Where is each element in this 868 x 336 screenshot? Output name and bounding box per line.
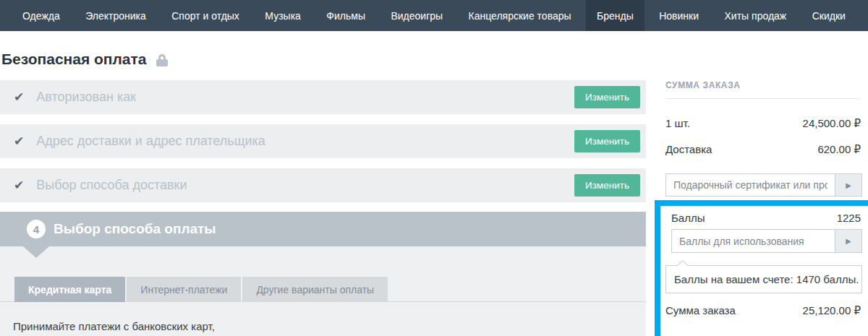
payment-section-title: Выбор способа оплаты [54, 221, 216, 237]
points-row: Баллы 1225 [671, 212, 861, 224]
category-nav: Одежда Электроника Спорт и отдых Музыка … [0, 0, 868, 31]
points-input-group: ▶ [671, 229, 862, 253]
promo-apply-button[interactable]: ▶ [835, 173, 862, 197]
page-title-row: Безопасная оплата [1, 51, 168, 68]
change-address-button[interactable]: Изменить [574, 130, 640, 152]
pointer-down-icon [23, 246, 49, 258]
points-input[interactable] [671, 229, 835, 253]
arrow-right-icon: ▶ [846, 181, 851, 189]
step-row-address: ✔ Адрес доставки и адрес плательщика Изм… [0, 124, 646, 158]
payment-section-header: 4 Выбор способа оплаты [0, 212, 646, 246]
nav-item-stationery[interactable]: Канцелярские товары [458, 0, 582, 31]
payment-tabs: Кредитная карта Интернет-платежи Другие … [14, 277, 388, 302]
item-quantity-label: 1 шт. [665, 117, 690, 130]
nav-item-brands[interactable]: Бренды [586, 0, 644, 31]
lock-icon [156, 54, 168, 66]
points-value: 1225 [837, 212, 861, 224]
nav-item-movies[interactable]: Фильмы [315, 0, 376, 31]
step-number-badge: 4 [27, 220, 46, 238]
page-title: Безопасная оплата [1, 51, 147, 68]
tab-internet-payments[interactable]: Интернет-платежи [127, 277, 241, 302]
summary-shipping-row: Доставка 620.00 ₽ [665, 143, 861, 156]
payment-description: Принимайте платежи с банковских карт, [13, 320, 215, 332]
tab-other-payment-options[interactable]: Другие варианты оплаты [242, 277, 388, 302]
tab-credit-card[interactable]: Кредитная карта [14, 277, 125, 302]
nav-item-clothing[interactable]: Одежда [12, 0, 71, 31]
nav-item-new[interactable]: Новинки [648, 0, 710, 31]
check-icon: ✔ [14, 178, 24, 193]
check-icon: ✔ [14, 134, 24, 149]
step-label: Адрес доставки и адрес плательщика [36, 134, 265, 149]
nav-item-electronics[interactable]: Электроника [75, 0, 157, 31]
shipping-label: Доставка [665, 143, 712, 156]
points-balance-tooltip: Баллы на вашем счете: 1470 баллы. [665, 265, 862, 293]
points-apply-button[interactable]: ▶ [835, 229, 862, 253]
summary-divider [665, 98, 861, 99]
nav-item-music[interactable]: Музыка [254, 0, 312, 31]
change-authorization-button[interactable]: Изменить [574, 86, 640, 108]
change-delivery-button[interactable]: Изменить [574, 174, 640, 197]
nav-item-sales[interactable]: Скидки [801, 0, 856, 31]
order-summary-title: СУММА ЗАКАЗА [665, 80, 741, 90]
promo-code-input[interactable] [665, 173, 835, 197]
item-price-value: 24,500.00 ₽ [803, 117, 861, 130]
order-total-label: Сумма заказа [665, 304, 736, 317]
shipping-value: 620.00 ₽ [817, 143, 861, 156]
nav-item-bestsellers[interactable]: Хиты продаж [714, 0, 798, 31]
nav-item-videogames[interactable]: Видеоигры [380, 0, 454, 31]
points-label: Баллы [671, 212, 705, 224]
summary-item-row: 1 шт. 24,500.00 ₽ [665, 117, 861, 130]
order-total-row: Сумма заказа 25,120.00 ₽ [665, 304, 861, 317]
step-row-delivery: ✔ Выбор способа доставки Изменить [0, 168, 646, 202]
promo-code-group: ▶ [665, 173, 862, 197]
step-label: Выбор способа доставки [36, 178, 187, 193]
checkout-page: Одежда Электроника Спорт и отдых Музыка … [0, 0, 868, 336]
step-label: Авторизован как [36, 90, 136, 105]
nav-item-sports[interactable]: Спорт и отдых [161, 0, 250, 31]
arrow-right-icon: ▶ [846, 237, 851, 245]
order-total-value: 25,120.00 ₽ [803, 304, 861, 317]
step-row-authorized: ✔ Авторизован как Изменить [0, 80, 646, 114]
check-icon: ✔ [14, 90, 24, 105]
